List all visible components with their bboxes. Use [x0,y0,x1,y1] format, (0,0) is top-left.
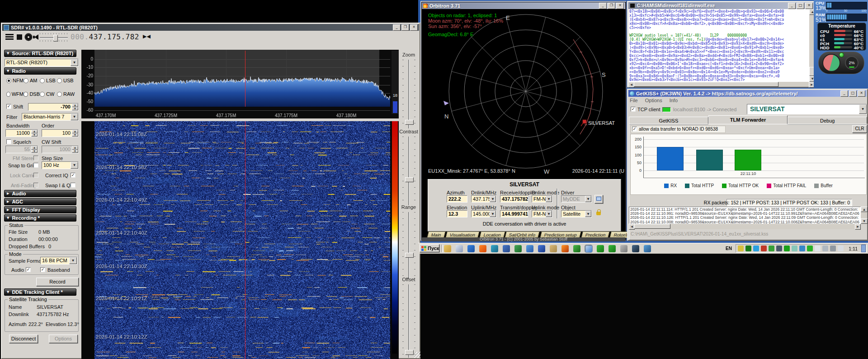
record-baseband-checkbox[interactable] [40,267,45,272]
tray-green-disc-icon[interactable] [745,246,751,251]
quicklaunch-folder-icon[interactable] [444,245,451,252]
scroll-up-icon[interactable]: ▲ [861,207,868,212]
menu-item-info[interactable]: Info [670,98,678,104]
filter-combo[interactable]: Blackman-Harris 7 ▼ [22,113,79,121]
record-audio-checkbox[interactable] [26,267,31,272]
radio-mode-nfm[interactable]: NFM [6,78,24,83]
quicklaunch-sdrsharp-icon[interactable] [585,245,592,252]
object-combo[interactable]: Satellite ▼ [561,210,592,217]
combo-arrow-icon[interactable]: ▼ [71,59,78,66]
uplink-mode-combo[interactable]: FM-N ▼ [532,210,552,217]
orbitron-tab-visualisation[interactable]: Visualisation [445,231,479,238]
dde-driver-button[interactable] [594,195,603,203]
tray-gauge-icon[interactable] [776,246,782,251]
audio-section-header[interactable]: ▶ Audio [4,190,76,197]
quicklaunch-green-up-2-icon[interactable] [609,245,616,252]
recording-section-header[interactable]: ▼ Recording * [4,214,76,222]
maximize-button[interactable]: □ [849,90,857,97]
quicklaunch-media-player-icon[interactable] [526,245,533,252]
record-button[interactable]: Record [36,278,79,286]
radio-mode-am[interactable]: AM [24,78,40,83]
squelch-checkbox[interactable] [6,139,11,144]
combo-arrow-icon[interactable]: ▼ [546,196,552,202]
combo-arrow-icon[interactable]: ▼ [585,211,591,217]
orbitron-tab-prediction[interactable]: Prediction [581,231,610,238]
contrast-slider-track[interactable] [408,137,409,205]
source-section-header[interactable]: ▼ Source: RTL-SDR (R820T) [4,50,76,57]
squelch-input[interactable]: 55 ▲▼ [5,146,38,153]
console-output[interactable]: 07><0x18><0x04><0x8c>f<0x9c><0xf6><0xdf>… [628,9,809,82]
minimize-button[interactable]: _ [393,24,401,31]
close-button[interactable]: × [858,90,865,97]
tuning-line[interactable] [245,51,245,107]
radio-section-header[interactable]: ▼ Radio [4,67,76,75]
close-button[interactable]: × [805,3,813,9]
taskbar-clock[interactable]: 1:11 [849,246,858,251]
radio-mode-raw[interactable]: RAW [57,91,75,97]
disconnect-button[interactable]: Disconnect [9,335,38,343]
scroll-thumb[interactable] [634,82,778,87]
combo-arrow-icon[interactable]: ▼ [859,104,867,114]
sample-format-combo[interactable]: 16 Bit PCM ▼ [40,257,77,265]
log-hscrollbar[interactable]: ◀ ▶ [629,224,861,229]
tray-key-icon[interactable] [738,246,744,251]
quicklaunch-browser-globe-icon[interactable] [467,245,475,252]
cw-shift-input[interactable]: 1000 ▲▼ [42,146,79,153]
tray-dual-monitor-icon[interactable] [822,246,828,251]
anti-fading-checkbox[interactable] [33,183,38,188]
getkiss-titlebar[interactable]: GetKISS+ (DK3WN) Ver. 1.4.2 -> https://d… [628,90,867,97]
scroll-right-icon[interactable]: ▶ [855,224,861,230]
stop-icon[interactable] [17,34,22,40]
step-size-combo[interactable]: 100 Hz ▼ [42,161,79,169]
elevation-field[interactable]: 12.3 [447,210,467,217]
minimize-button[interactable]: _ [840,90,848,97]
clr-button[interactable]: CLR [852,125,867,133]
quicklaunch-direwolf-icon[interactable] [573,245,580,252]
start-button[interactable]: Пуск [420,244,439,252]
menu-item-options[interactable]: Options [645,98,662,104]
range-slider-track[interactable] [408,212,409,279]
radio-mode-wfm[interactable]: WFM [6,91,24,97]
console-hscrollbar[interactable]: ◀ ▶ [628,82,815,87]
spectrum-panel[interactable]: 0-10-20-30-40-50-60 437.170M437.1725M437… [81,50,399,118]
tray-speaker-icon[interactable] [830,246,836,251]
quicklaunch-firefox-icon[interactable] [479,245,486,252]
scroll-thumb[interactable] [634,224,670,229]
offset-slider-track[interactable] [408,284,409,358]
minimize-button[interactable]: _ [599,3,607,9]
agc-section-header[interactable]: ▶ AGC [4,198,76,205]
tray-telegram-icon[interactable] [753,246,759,251]
azimuth-field[interactable]: 222.2 [447,195,467,203]
offset-slider-handle[interactable] [405,350,414,355]
restore-button[interactable]: ❐ [608,3,615,9]
speaker-icon[interactable] [34,34,38,40]
fm-stereo-checkbox[interactable] [33,156,38,161]
tray-green-square-icon[interactable] [784,246,790,251]
orbitron-tab-main[interactable]: Main [427,231,445,238]
quicklaunch-gray-app-icon[interactable] [620,245,627,252]
spinner-icon[interactable]: ▲▼ [31,146,38,153]
quicklaunch-network-icon[interactable] [644,245,651,252]
gear-icon[interactable] [25,34,32,40]
scroll-down-icon[interactable]: ▼ [861,218,868,224]
combo-arrow-icon[interactable]: ▼ [585,196,591,202]
quicklaunch-excel-icon[interactable] [514,245,522,252]
combo-arrow-icon[interactable]: ▼ [490,196,496,202]
combo-arrow-icon[interactable]: ▼ [546,211,552,217]
radio-mode-cw[interactable]: CW [40,91,57,97]
quicklaunch-messenger-icon[interactable] [491,245,498,252]
tray-update-arrow-icon[interactable] [807,246,813,251]
tray-red-monitor-icon[interactable] [761,246,767,251]
quicklaunch-dark-globe-icon[interactable] [632,245,639,252]
dnlink-mode-combo[interactable]: FM-N ▼ [532,195,552,203]
radio-mode-lsb[interactable]: LSB [40,78,57,83]
shift-checkbox[interactable] [6,104,11,109]
show-desktop-icon[interactable] [861,245,866,252]
quicklaunch-computer-icon[interactable] [456,245,463,252]
menu-icon[interactable] [5,34,14,40]
radio-mode-dsb[interactable]: DSB [24,91,40,97]
orbitron-titlebar[interactable]: Orbitron 3.71 _ ❐ × [422,2,625,9]
transmit-doppler-field[interactable]: 144.999741 [500,210,528,217]
waterfall-panel[interactable]: 2026-01-14 22:11:08Z2026-01-14 22:10:58Z… [94,121,390,359]
center-frequency-icon[interactable]: ▶◀ [143,33,151,39]
